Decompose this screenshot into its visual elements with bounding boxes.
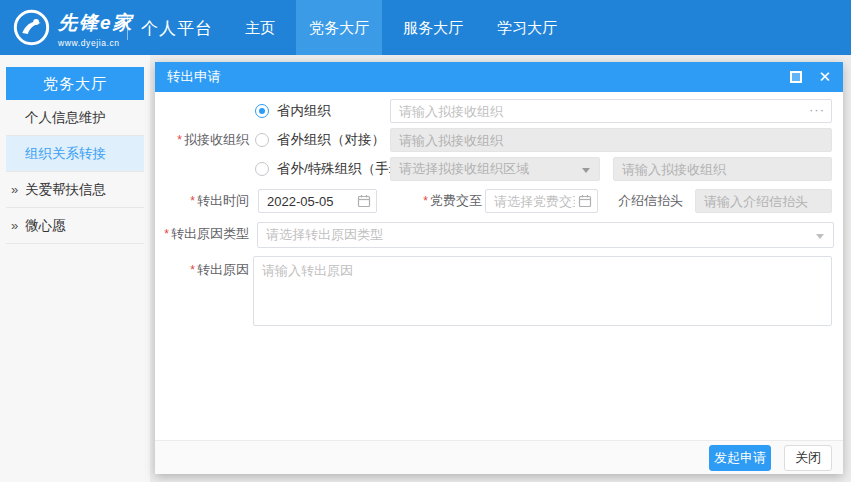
radio-icon (255, 104, 269, 118)
sidebar-item-personal-info[interactable]: 个人信息维护 (6, 100, 144, 136)
top-nav: 主页 党务大厅 服务大厅 学习大厅 (228, 0, 574, 55)
fee-until-wrap (485, 189, 598, 213)
reason-label: *转出原因 (155, 258, 249, 282)
required-marker: * (164, 227, 169, 241)
sidebar-item-label: 关爱帮扶信息 (25, 182, 106, 197)
sidebar-item-org-transfer[interactable]: 组织关系转接 (6, 136, 144, 172)
chevron-right-icon: » (11, 172, 18, 208)
calendar-icon (357, 194, 371, 208)
sidebar-item-label: 微心愿 (25, 218, 66, 233)
required-marker: * (423, 194, 428, 208)
sidebar-item-label: 组织关系转接 (25, 146, 106, 161)
sidebar: 党务大厅 个人信息维护 组织关系转接 » 关爱帮扶信息 » 微心愿 (0, 55, 150, 482)
reason-textarea[interactable] (253, 256, 832, 326)
submit-application-button[interactable]: 发起申请 (709, 445, 771, 471)
dialog-body: 省内组织 ··· *拟接收组织 省外组织（对接） 省外/特殊组织（手录） 请选择 (155, 92, 843, 440)
nav-item-home[interactable]: 主页 (232, 0, 288, 55)
dialog-titlebar: 转出申请 ✕ (155, 62, 843, 92)
logo-link[interactable]: 先锋e家 www.dyejia.cn (13, 8, 128, 48)
select-placeholder: 请选择拟接收组织区域 (399, 161, 529, 176)
sidebar-item-care-support[interactable]: » 关爱帮扶信息 (6, 172, 144, 208)
required-marker: * (190, 194, 195, 208)
logo-title: 先锋e家 (58, 10, 138, 36)
receiving-org-manual-input (613, 157, 832, 181)
org-search-wrap: ··· (390, 99, 832, 123)
transfer-date-wrap (258, 189, 377, 213)
select-placeholder: 请选择转出原因类型 (266, 227, 383, 242)
page: 先锋e家 www.dyejia.cn 个人平台 主页 党务大厅 服务大厅 学习大… (0, 0, 851, 482)
nav-item-study-hall[interactable]: 学习大厅 (484, 0, 570, 55)
header-divider (127, 16, 128, 40)
radio-icon (255, 162, 269, 176)
reason-type-label: *转出原因类型 (155, 222, 249, 246)
fee-until-label: *党费交至 (388, 189, 482, 213)
sidebar-item-micro-wish[interactable]: » 微心愿 (6, 208, 144, 244)
receiving-org-dock-input (390, 128, 832, 152)
radio-icon (255, 133, 269, 147)
transfer-out-dialog: 转出申请 ✕ 省内组织 ··· *拟接收组织 省外组织（对接） (155, 62, 843, 474)
maximize-icon[interactable] (790, 71, 802, 83)
logo-text: 先锋e家 www.dyejia.cn (58, 10, 138, 48)
radio-label: 省内组织 (277, 102, 331, 120)
nav-item-party-hall[interactable]: 党务大厅 (296, 0, 382, 55)
sidebar-item-label: 个人信息维护 (25, 110, 106, 125)
chevron-down-icon (816, 234, 824, 239)
receiving-org-label: *拟接收组织 (155, 128, 249, 152)
logo-url: www.dyejia.cn (58, 38, 138, 48)
platform-title: 个人平台 (141, 17, 213, 40)
required-marker: * (177, 133, 182, 147)
receiving-org-input[interactable] (390, 99, 832, 123)
reason-type-select[interactable]: 请选择转出原因类型 (257, 222, 834, 248)
chevron-right-icon: » (11, 208, 18, 244)
app-header: 先锋e家 www.dyejia.cn 个人平台 主页 党务大厅 服务大厅 学习大… (0, 0, 851, 55)
radio-province-internal[interactable]: 省内组织 (255, 99, 331, 123)
close-icon[interactable]: ✕ (816, 62, 833, 91)
chevron-down-icon (582, 168, 590, 173)
transfer-date-label: *转出时间 (155, 189, 249, 213)
dialog-footer: 发起申请 关闭 (155, 440, 843, 474)
dialog-title: 转出申请 (167, 62, 221, 92)
required-marker: * (190, 263, 195, 277)
org-region-select: 请选择拟接收组织区域 (390, 157, 600, 181)
letterhead-input (695, 189, 832, 213)
org-picker-ellipsis-button[interactable]: ··· (809, 99, 825, 121)
close-button[interactable]: 关闭 (784, 445, 832, 471)
letterhead-label: 介绍信抬头 (589, 189, 683, 213)
radio-province-external-dock[interactable]: 省外组织（对接） (255, 128, 385, 152)
nav-item-service-hall[interactable]: 服务大厅 (390, 0, 476, 55)
sidebar-title: 党务大厅 (6, 67, 144, 100)
radio-label: 省外组织（对接） (277, 131, 385, 149)
logo-icon (13, 9, 50, 46)
